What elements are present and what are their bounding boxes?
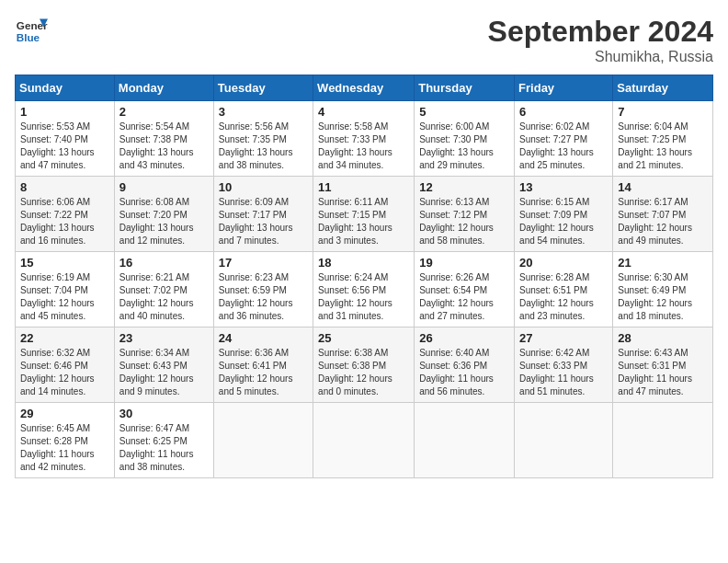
- month-title: September 2024: [488, 15, 713, 49]
- weekday-header-tuesday: Tuesday: [213, 75, 313, 101]
- day-number: 5: [419, 105, 509, 119]
- day-number: 15: [20, 256, 109, 270]
- day-number: 18: [318, 256, 409, 270]
- calendar-cell: 1Sunrise: 5:53 AM Sunset: 7:40 PM Daylig…: [16, 101, 115, 177]
- weekday-header-friday: Friday: [515, 75, 613, 101]
- day-number: 3: [219, 105, 308, 119]
- day-info: Sunrise: 6:36 AM Sunset: 6:41 PM Dayligh…: [219, 347, 308, 398]
- calendar-cell: 13Sunrise: 6:15 AM Sunset: 7:09 PM Dayli…: [515, 177, 613, 252]
- day-info: Sunrise: 6:06 AM Sunset: 7:22 PM Dayligh…: [20, 196, 109, 247]
- day-number: 28: [618, 331, 708, 345]
- day-info: Sunrise: 6:45 AM Sunset: 6:28 PM Dayligh…: [20, 422, 109, 474]
- day-info: Sunrise: 6:11 AM Sunset: 7:15 PM Dayligh…: [318, 196, 409, 247]
- calendar-cell: 15Sunrise: 6:19 AM Sunset: 7:04 PM Dayli…: [16, 252, 115, 327]
- week-row-5: 29Sunrise: 6:45 AM Sunset: 6:28 PM Dayli…: [16, 403, 713, 478]
- calendar-cell: 21Sunrise: 6:30 AM Sunset: 6:49 PM Dayli…: [613, 252, 713, 327]
- calendar-cell: 3Sunrise: 5:56 AM Sunset: 7:35 PM Daylig…: [213, 101, 313, 177]
- calendar-cell: 26Sunrise: 6:40 AM Sunset: 6:36 PM Dayli…: [415, 327, 515, 403]
- day-number: 4: [318, 105, 409, 119]
- day-number: 1: [20, 105, 109, 119]
- calendar-cell: [613, 403, 713, 478]
- day-info: Sunrise: 6:28 AM Sunset: 6:51 PM Dayligh…: [519, 271, 608, 323]
- day-info: Sunrise: 6:02 AM Sunset: 7:27 PM Dayligh…: [519, 121, 608, 172]
- day-number: 10: [219, 180, 308, 194]
- day-number: 8: [20, 180, 109, 194]
- day-number: 20: [519, 256, 608, 270]
- day-info: Sunrise: 6:15 AM Sunset: 7:09 PM Dayligh…: [519, 196, 608, 247]
- day-number: 21: [618, 256, 708, 270]
- calendar-cell: 16Sunrise: 6:21 AM Sunset: 7:02 PM Dayli…: [114, 252, 213, 327]
- calendar-cell: [415, 403, 515, 478]
- logo-icon: General Blue: [15, 15, 48, 48]
- calendar-cell: 17Sunrise: 6:23 AM Sunset: 6:59 PM Dayli…: [213, 252, 313, 327]
- calendar-cell: 11Sunrise: 6:11 AM Sunset: 7:15 PM Dayli…: [313, 177, 415, 252]
- calendar-cell: 14Sunrise: 6:17 AM Sunset: 7:07 PM Dayli…: [613, 177, 713, 252]
- calendar-cell: 8Sunrise: 6:06 AM Sunset: 7:22 PM Daylig…: [16, 177, 115, 252]
- weekday-header-wednesday: Wednesday: [313, 75, 415, 101]
- calendar-cell: 18Sunrise: 6:24 AM Sunset: 6:56 PM Dayli…: [313, 252, 415, 327]
- calendar-cell: 25Sunrise: 6:38 AM Sunset: 6:38 PM Dayli…: [313, 327, 415, 403]
- day-info: Sunrise: 6:38 AM Sunset: 6:38 PM Dayligh…: [318, 347, 409, 398]
- day-number: 23: [119, 331, 209, 345]
- day-info: Sunrise: 5:54 AM Sunset: 7:38 PM Dayligh…: [119, 121, 209, 172]
- calendar-cell: [515, 403, 613, 478]
- weekday-header-monday: Monday: [114, 75, 213, 101]
- calendar-cell: 20Sunrise: 6:28 AM Sunset: 6:51 PM Dayli…: [515, 252, 613, 327]
- day-info: Sunrise: 6:24 AM Sunset: 6:56 PM Dayligh…: [318, 271, 409, 323]
- calendar-cell: 10Sunrise: 6:09 AM Sunset: 7:17 PM Dayli…: [213, 177, 313, 252]
- calendar-cell: 2Sunrise: 5:54 AM Sunset: 7:38 PM Daylig…: [114, 101, 213, 177]
- day-number: 25: [318, 331, 409, 345]
- day-info: Sunrise: 6:32 AM Sunset: 6:46 PM Dayligh…: [20, 347, 109, 398]
- day-number: 14: [618, 180, 708, 194]
- day-number: 22: [20, 331, 109, 345]
- week-row-1: 1Sunrise: 5:53 AM Sunset: 7:40 PM Daylig…: [16, 101, 713, 177]
- day-info: Sunrise: 5:58 AM Sunset: 7:33 PM Dayligh…: [318, 121, 409, 172]
- weekday-header-saturday: Saturday: [613, 75, 713, 101]
- day-info: Sunrise: 6:40 AM Sunset: 6:36 PM Dayligh…: [419, 347, 509, 398]
- calendar-cell: [213, 403, 313, 478]
- day-info: Sunrise: 5:53 AM Sunset: 7:40 PM Dayligh…: [20, 121, 109, 172]
- calendar-cell: 30Sunrise: 6:47 AM Sunset: 6:25 PM Dayli…: [114, 403, 213, 478]
- day-info: Sunrise: 6:42 AM Sunset: 6:33 PM Dayligh…: [519, 347, 608, 398]
- subtitle: Shumikha, Russia: [488, 49, 713, 65]
- calendar-cell: 28Sunrise: 6:43 AM Sunset: 6:31 PM Dayli…: [613, 327, 713, 403]
- calendar-cell: 6Sunrise: 6:02 AM Sunset: 7:27 PM Daylig…: [515, 101, 613, 177]
- day-number: 27: [519, 331, 608, 345]
- day-info: Sunrise: 6:47 AM Sunset: 6:25 PM Dayligh…: [119, 422, 209, 474]
- calendar-cell: 19Sunrise: 6:26 AM Sunset: 6:54 PM Dayli…: [415, 252, 515, 327]
- calendar-cell: 7Sunrise: 6:04 AM Sunset: 7:25 PM Daylig…: [613, 101, 713, 177]
- week-row-2: 8Sunrise: 6:06 AM Sunset: 7:22 PM Daylig…: [16, 177, 713, 252]
- weekday-header-sunday: Sunday: [16, 75, 115, 101]
- day-number: 6: [519, 105, 608, 119]
- week-row-3: 15Sunrise: 6:19 AM Sunset: 7:04 PM Dayli…: [16, 252, 713, 327]
- day-info: Sunrise: 6:19 AM Sunset: 7:04 PM Dayligh…: [20, 271, 109, 323]
- calendar-cell: 5Sunrise: 6:00 AM Sunset: 7:30 PM Daylig…: [415, 101, 515, 177]
- calendar-table: SundayMondayTuesdayWednesdayThursdayFrid…: [15, 75, 713, 478]
- header: General Blue September 2024 Shumikha, Ru…: [15, 15, 713, 65]
- day-info: Sunrise: 6:34 AM Sunset: 6:43 PM Dayligh…: [119, 347, 209, 398]
- day-number: 12: [419, 180, 509, 194]
- calendar-cell: 24Sunrise: 6:36 AM Sunset: 6:41 PM Dayli…: [213, 327, 313, 403]
- svg-text:Blue: Blue: [17, 31, 40, 43]
- day-info: Sunrise: 6:26 AM Sunset: 6:54 PM Dayligh…: [419, 271, 509, 323]
- day-number: 16: [119, 256, 209, 270]
- calendar-cell: 4Sunrise: 5:58 AM Sunset: 7:33 PM Daylig…: [313, 101, 415, 177]
- day-info: Sunrise: 6:09 AM Sunset: 7:17 PM Dayligh…: [219, 196, 308, 247]
- day-number: 29: [20, 407, 109, 420]
- day-number: 24: [219, 331, 308, 345]
- day-info: Sunrise: 6:04 AM Sunset: 7:25 PM Dayligh…: [618, 121, 708, 172]
- day-info: Sunrise: 6:30 AM Sunset: 6:49 PM Dayligh…: [618, 271, 708, 323]
- day-number: 26: [419, 331, 509, 345]
- day-number: 30: [119, 407, 209, 420]
- day-number: 2: [119, 105, 209, 119]
- day-number: 13: [519, 180, 608, 194]
- weekday-header-row: SundayMondayTuesdayWednesdayThursdayFrid…: [16, 75, 713, 101]
- day-number: 17: [219, 256, 308, 270]
- day-info: Sunrise: 6:43 AM Sunset: 6:31 PM Dayligh…: [618, 347, 708, 398]
- calendar-cell: 27Sunrise: 6:42 AM Sunset: 6:33 PM Dayli…: [515, 327, 613, 403]
- calendar-cell: 12Sunrise: 6:13 AM Sunset: 7:12 PM Dayli…: [415, 177, 515, 252]
- day-info: Sunrise: 6:08 AM Sunset: 7:20 PM Dayligh…: [119, 196, 209, 247]
- day-info: Sunrise: 6:23 AM Sunset: 6:59 PM Dayligh…: [219, 271, 308, 323]
- week-row-4: 22Sunrise: 6:32 AM Sunset: 6:46 PM Dayli…: [16, 327, 713, 403]
- calendar-cell: 29Sunrise: 6:45 AM Sunset: 6:28 PM Dayli…: [16, 403, 115, 478]
